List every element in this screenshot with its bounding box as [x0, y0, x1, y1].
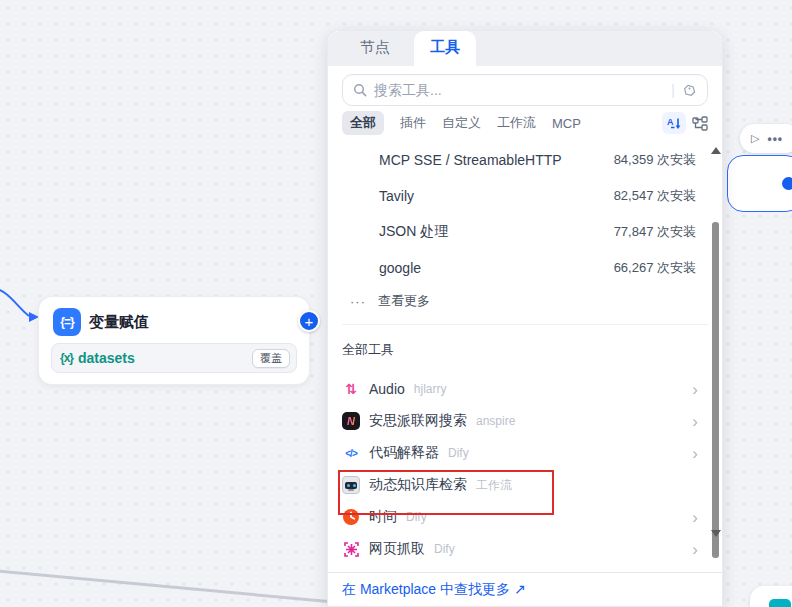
- bottom-right-node-icon: [769, 599, 791, 607]
- more-actions-icon[interactable]: •••: [767, 132, 783, 146]
- chevron-right-icon: ›: [692, 413, 698, 430]
- install-count: 77,847 次安装: [614, 223, 696, 241]
- chevron-right-icon: ›: [692, 381, 698, 398]
- variable-name: datasets: [78, 350, 135, 366]
- search-wrap: |: [328, 66, 722, 106]
- tab-tools[interactable]: 工具: [414, 31, 476, 66]
- search-input[interactable]: [374, 82, 664, 98]
- filter-workflow[interactable]: 工作流: [497, 114, 536, 132]
- tools-list: MCP SSE / StreamableHTTP 84,359 次安装 Tavi…: [328, 142, 722, 572]
- section-divider: [342, 324, 708, 325]
- node-actions-pill[interactable]: ▷ •••: [740, 124, 792, 153]
- tool-name: JSON 处理: [379, 223, 448, 241]
- panel-footer: 在 Marketplace 中查找更多 ↗: [328, 572, 722, 606]
- search-divider: |: [671, 82, 675, 98]
- variable-row[interactable]: {x} datasets 覆盖: [51, 343, 297, 373]
- edge-into-node: [0, 288, 29, 316]
- panel-tabstrip: 节点 工具: [328, 31, 722, 66]
- scrollbar[interactable]: [711, 145, 720, 569]
- filter-custom[interactable]: 自定义: [442, 114, 481, 132]
- tool-row-dynamic-knowledge-retrieval[interactable]: 动态知识库检索 工作流: [328, 469, 722, 501]
- tool-row-web-scraper[interactable]: 网页抓取 Dify ›: [328, 533, 722, 565]
- tool-name: MCP SSE / StreamableHTTP: [379, 152, 562, 168]
- marketplace-link[interactable]: 在 Marketplace 中查找更多 ↗: [342, 581, 526, 599]
- sort-icon: A: [667, 116, 682, 131]
- tab-nodes[interactable]: 节点: [346, 31, 404, 66]
- variable-assigner-node[interactable]: {=} 变量赋值 + {x} datasets 覆盖: [38, 296, 310, 385]
- code-icon: </>: [345, 448, 356, 459]
- tool-row-audio[interactable]: ⇅ Audio hjlarry ›: [328, 373, 722, 405]
- marketplace-row[interactable]: Tavily 82,547 次安装: [328, 178, 722, 214]
- install-count: 82,547 次安装: [614, 187, 696, 205]
- scrollbar-up-icon[interactable]: [711, 147, 721, 154]
- chevron-right-icon: ›: [692, 445, 698, 462]
- clock-icon: [342, 508, 360, 526]
- scrollbar-thumb[interactable]: [712, 222, 719, 558]
- see-more-row[interactable]: ··· 查看更多: [328, 286, 722, 316]
- install-count: 84,359 次安装: [614, 151, 696, 169]
- see-more-label: 查看更多: [378, 292, 430, 310]
- filter-plugin[interactable]: 插件: [400, 114, 426, 132]
- sort-button[interactable]: A: [662, 112, 686, 134]
- tool-row-anspire[interactable]: N 安思派联网搜索 anspire ›: [328, 405, 722, 437]
- svg-text:A: A: [667, 117, 674, 127]
- audio-icon: ⇅: [345, 381, 357, 397]
- add-node-button[interactable]: +: [298, 310, 320, 332]
- chevron-right-icon: ›: [692, 509, 698, 526]
- node-header: {=} 变量赋值: [39, 297, 309, 343]
- search-icon: [353, 83, 367, 97]
- selected-node-partial[interactable]: [727, 155, 792, 212]
- filter-row: 全部 插件 自定义 工作流 MCP A: [342, 112, 708, 134]
- marketplace-row[interactable]: JSON 处理 77,847 次安装: [328, 214, 722, 250]
- tool-row-time[interactable]: 时间 Dify ›: [328, 501, 722, 533]
- robot-icon: [342, 476, 360, 494]
- chevron-right-icon: ›: [692, 541, 698, 558]
- tool-row-code-interpreter[interactable]: </> 代码解释器 Dify ›: [328, 437, 722, 469]
- all-tools-title: 全部工具: [342, 341, 708, 359]
- overwrite-badge: 覆盖: [252, 349, 290, 368]
- tools-panel: 节点 工具 | 全部 插件 自定义 工作流 MCP A: [327, 30, 723, 607]
- variable-icon: {x}: [60, 351, 73, 365]
- filter-mcp[interactable]: MCP: [552, 116, 581, 131]
- web-scraper-icon: [343, 541, 360, 558]
- marketplace-row[interactable]: google 66,267 次安装: [328, 250, 722, 286]
- variable-assigner-icon: {=}: [53, 308, 81, 336]
- marketplace-row[interactable]: MCP SSE / StreamableHTTP 84,359 次安装: [328, 142, 722, 178]
- play-icon[interactable]: ▷: [751, 132, 759, 145]
- bottom-right-node-partial[interactable]: [750, 586, 792, 607]
- search-box[interactable]: |: [342, 74, 708, 106]
- node-title: 变量赋值: [89, 313, 149, 332]
- anspire-icon: N: [342, 412, 360, 430]
- edge-bottom-left: [0, 571, 345, 603]
- tree-view-icon[interactable]: [692, 116, 708, 131]
- tool-name: Tavily: [379, 188, 414, 204]
- install-count: 66,267 次安装: [614, 259, 696, 277]
- scrollbar-down-icon[interactable]: [711, 530, 721, 537]
- ellipsis-icon: ···: [350, 294, 366, 309]
- filter-all[interactable]: 全部: [342, 111, 384, 135]
- node-connector-handle[interactable]: [780, 175, 792, 192]
- tool-name: google: [379, 260, 421, 276]
- tag-filter-icon[interactable]: [682, 83, 697, 98]
